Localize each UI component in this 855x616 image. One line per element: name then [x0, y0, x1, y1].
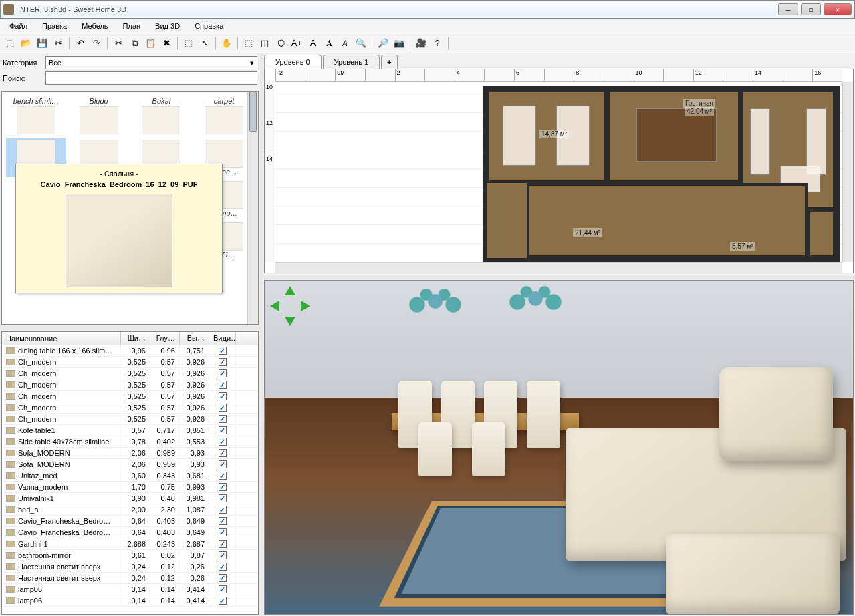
visibility-checkbox[interactable]: ✓: [219, 426, 227, 434]
nav-down-icon[interactable]: [285, 317, 295, 326]
plan-room[interactable]: [527, 183, 808, 258]
menu-item-справка[interactable]: Справка: [188, 20, 230, 32]
plan-furniture[interactable]: [806, 108, 826, 175]
table-row[interactable]: Ch_modern0,5250,570,926✓: [2, 414, 258, 425]
create-dimensions-icon[interactable]: A+: [289, 36, 304, 51]
table-row[interactable]: dining table 166 x 166 slim…0,960,960,75…: [2, 345, 258, 357]
close-button[interactable]: ✕: [824, 3, 852, 15]
col-height[interactable]: Вы…: [180, 332, 209, 345]
table-row[interactable]: Side table 40x78cm slimline0,780,4020,55…: [2, 436, 258, 448]
menu-item-файл[interactable]: Файл: [3, 20, 34, 32]
table-row[interactable]: lamp060,140,140,414✓: [2, 595, 258, 607]
table-row[interactable]: lamp060,140,140,414✓: [2, 584, 258, 595]
paste-icon[interactable]: 📋: [143, 36, 158, 51]
visibility-checkbox[interactable]: ✓: [219, 528, 227, 536]
table-row[interactable]: bed_a2,002,301,087✓: [2, 504, 258, 516]
bold-icon[interactable]: 𝐀: [322, 36, 336, 51]
preferences-icon[interactable]: ✂: [51, 36, 66, 51]
col-visible[interactable]: Види…: [209, 332, 236, 345]
visibility-checkbox[interactable]: ✓: [219, 574, 227, 582]
visibility-checkbox[interactable]: ✓: [219, 472, 227, 480]
search-input[interactable]: [45, 71, 257, 85]
3d-view[interactable]: [264, 280, 854, 615]
plan-scrollbar-v[interactable]: [842, 82, 853, 262]
redo-icon[interactable]: ↷: [89, 36, 104, 51]
visibility-checkbox[interactable]: ✓: [219, 392, 227, 400]
table-row[interactable]: Kofe table10,570,7170,851✓: [2, 425, 258, 436]
plan-furniture[interactable]: [636, 108, 717, 162]
table-row[interactable]: Ch_modern0,5250,570,926✓: [2, 368, 258, 379]
plan-room[interactable]: [607, 90, 741, 183]
plan-view[interactable]: -20м246810121416 101214: [264, 69, 854, 273]
plan-furniture[interactable]: [503, 106, 536, 166]
video-icon[interactable]: 🎥: [414, 36, 429, 51]
copy-icon[interactable]: ⧉: [127, 36, 142, 51]
create-walls-icon[interactable]: ⬚: [241, 36, 256, 51]
catalog-item[interactable]: bench slimli…: [6, 96, 66, 136]
right-splitter[interactable]: [263, 275, 855, 279]
new-file-icon[interactable]: ▢: [3, 36, 17, 51]
visibility-checkbox[interactable]: ✓: [219, 597, 227, 605]
left-splitter[interactable]: [0, 326, 260, 330]
visibility-checkbox[interactable]: ✓: [219, 404, 227, 412]
table-row[interactable]: Sofa_MODERN2,060,9590,93✓: [2, 459, 258, 470]
visibility-checkbox[interactable]: ✓: [219, 358, 227, 366]
italic-icon[interactable]: 𝘈: [338, 36, 352, 51]
col-name[interactable]: Наименование: [2, 332, 121, 345]
table-row[interactable]: Ch_modern0,5250,570,926✓: [2, 379, 258, 391]
visibility-checkbox[interactable]: ✓: [219, 494, 227, 502]
create-polylines-icon[interactable]: ⬡: [273, 36, 288, 51]
menu-item-вид 3d[interactable]: Вид 3D: [148, 20, 187, 32]
table-row[interactable]: Gardini 12,6880,2432,687✓: [2, 538, 258, 550]
pan-icon[interactable]: ✋: [219, 36, 234, 51]
delete-icon[interactable]: ✖: [159, 36, 174, 51]
minimize-button[interactable]: —: [778, 3, 798, 15]
help-icon[interactable]: ?: [430, 36, 445, 51]
visibility-checkbox[interactable]: ✓: [219, 563, 227, 571]
plan-room[interactable]: [808, 210, 836, 258]
menu-item-план[interactable]: План: [116, 20, 148, 32]
plan-furniture[interactable]: [750, 108, 770, 175]
table-row[interactable]: Настенная светит вверх0,240,120,26✓: [2, 561, 258, 573]
table-row[interactable]: Cavio_Francheska_Bedro…0,640,4030,649✓: [2, 516, 258, 527]
catalog-item[interactable]: Bludo: [69, 96, 129, 136]
visibility-checkbox[interactable]: ✓: [219, 506, 227, 514]
undo-icon[interactable]: ↶: [73, 36, 88, 51]
table-row[interactable]: Настенная светит вверх0,240,120,26✓: [2, 573, 258, 584]
visibility-checkbox[interactable]: ✓: [219, 369, 227, 377]
maximize-button[interactable]: ☐: [801, 3, 821, 15]
table-row[interactable]: Sofa_MODERN2,060,9590,93✓: [2, 448, 258, 459]
visibility-checkbox[interactable]: ✓: [219, 585, 227, 593]
add-furniture-icon[interactable]: ⬚: [181, 36, 196, 51]
table-row[interactable]: Ch_modern0,5250,570,926✓: [2, 357, 258, 368]
visibility-checkbox[interactable]: ✓: [219, 551, 227, 559]
zoom-in-icon[interactable]: 🔍: [354, 36, 368, 51]
tab-level-1[interactable]: Уровень 1: [323, 55, 380, 69]
menu-item-мебель[interactable]: Мебель: [75, 20, 114, 32]
visibility-checkbox[interactable]: ✓: [219, 347, 227, 355]
table-row[interactable]: Vanna_modern1,700,750,993✓: [2, 482, 258, 493]
visibility-checkbox[interactable]: ✓: [219, 517, 227, 525]
catalog-item[interactable]: carpet: [194, 96, 254, 136]
menu-item-правка[interactable]: Правка: [35, 20, 74, 32]
visibility-checkbox[interactable]: ✓: [219, 415, 227, 423]
visibility-checkbox[interactable]: ✓: [219, 449, 227, 457]
photo-icon[interactable]: 📷: [392, 36, 406, 51]
category-dropdown[interactable]: Все ▾: [45, 56, 257, 69]
cut-icon[interactable]: ✂: [111, 36, 126, 51]
plan-canvas[interactable]: 14,87 м²Гостиная42,04 м²21,44 м²8,57 м²: [275, 82, 842, 262]
open-icon[interactable]: 📂: [19, 36, 33, 51]
table-row[interactable]: Cavio_Francheska_Bedro…0,640,4030,649✓: [2, 527, 258, 538]
nav-left-icon[interactable]: [270, 301, 279, 311]
nav-right-icon[interactable]: [301, 301, 310, 311]
visibility-checkbox[interactable]: ✓: [219, 438, 227, 446]
visibility-checkbox[interactable]: ✓: [219, 540, 227, 548]
zoom-out-icon[interactable]: 🔎: [376, 36, 390, 51]
catalog-scrollbar[interactable]: [247, 92, 258, 324]
tab-level-0[interactable]: Уровень 0: [264, 55, 322, 69]
plan-scrollbar-h[interactable]: [275, 262, 842, 273]
table-row[interactable]: Ch_modern0,5250,570,926✓: [2, 402, 258, 414]
col-depth[interactable]: Глу…: [150, 332, 180, 345]
save-icon[interactable]: 💾: [35, 36, 49, 51]
create-labels-icon[interactable]: A: [306, 36, 320, 51]
